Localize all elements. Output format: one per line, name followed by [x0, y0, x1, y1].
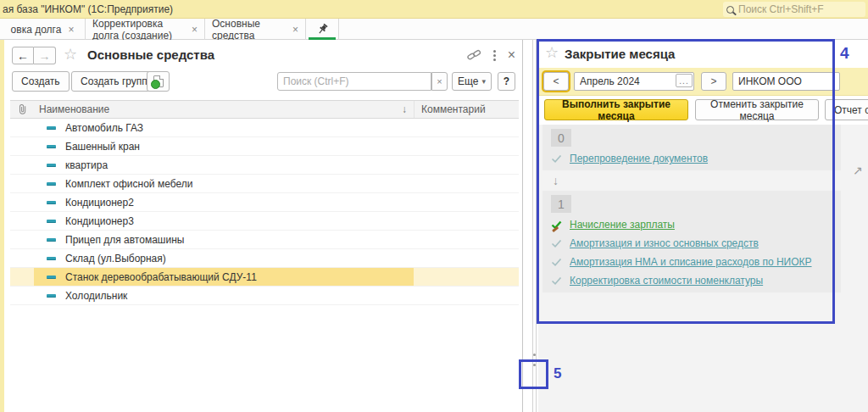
- table-row[interactable]: квартира: [10, 156, 519, 175]
- check-icon: [549, 220, 570, 230]
- tab-korrektirovka-dolga[interactable]: овка долга ×: [0, 19, 86, 40]
- table-row[interactable]: Башенный кран: [10, 137, 519, 156]
- tab-bar: овка долга × Корректировка долга (создан…: [0, 19, 868, 40]
- tab-korrektirovka-dolga-sozdanie[interactable]: Корректировка долга (создание) ×: [86, 19, 205, 40]
- attachment-cell: [10, 193, 34, 211]
- help-button[interactable]: ?: [498, 72, 515, 91]
- item-name-cell[interactable]: Автомобиль ГАЗ: [34, 119, 414, 136]
- tab-osnovnye-sredstva[interactable]: Основные средства ×: [205, 19, 306, 40]
- item-name-cell[interactable]: Кондиционер2: [34, 193, 414, 211]
- global-search[interactable]: [723, 2, 865, 17]
- step-section-1: 1Начисление зарплатыАмортизация и износ …: [542, 191, 841, 292]
- item-comment-cell[interactable]: [414, 268, 519, 286]
- table-row[interactable]: Кондиционер3: [10, 212, 519, 231]
- period-toolbar: < ... >: [538, 68, 868, 96]
- period-field-wrap: ...: [574, 72, 694, 91]
- item-name-cell[interactable]: Комплект офисной мебели: [34, 175, 414, 192]
- step-link[interactable]: Начисление зарплаты: [570, 219, 675, 231]
- nav-buttons: ← →: [12, 47, 56, 64]
- expand-panel-icon[interactable]: ↗: [853, 164, 863, 177]
- table-row[interactable]: Автомобиль ГАЗ: [10, 119, 519, 137]
- app-titlebar: ая база "ИНКОМ" (1С:Предприятие): [0, 0, 868, 19]
- item-comment-cell[interactable]: [414, 249, 519, 267]
- item-comment-cell[interactable]: [414, 212, 519, 230]
- panel-splitter[interactable]: [532, 40, 533, 412]
- month-closing-actions: Выполнить закрытие месяца Отменить закры…: [538, 96, 868, 125]
- item-name-cell[interactable]: Башенный кран: [34, 137, 414, 155]
- panel-splitter[interactable]: [536, 40, 537, 412]
- tab-close-icon[interactable]: ×: [68, 24, 74, 36]
- comment-column-header[interactable]: Комментарий: [414, 101, 519, 118]
- tab-close-icon[interactable]: ×: [292, 24, 298, 36]
- table-body: Автомобиль ГАЗБашенный кранквартираКомпл…: [10, 119, 519, 305]
- document-green-dot-icon: [153, 75, 164, 87]
- list-search-input[interactable]: [277, 72, 431, 91]
- step-link[interactable]: Амортизация НМА и списание расходов по Н…: [570, 256, 812, 268]
- favorite-star-icon[interactable]: ☆: [64, 47, 77, 62]
- close-window-icon[interactable]: ×: [508, 48, 515, 62]
- item-comment-cell[interactable]: [414, 287, 519, 304]
- period-picker-button[interactable]: ...: [676, 74, 693, 87]
- tab-close-icon[interactable]: ×: [192, 24, 198, 36]
- copy-item-button[interactable]: [147, 71, 170, 92]
- item-name-cell[interactable]: Склад (ул.Выборная): [34, 249, 414, 267]
- tab-pinned[interactable]: [306, 19, 339, 40]
- step-link[interactable]: Перепроведение документов: [570, 153, 708, 164]
- item-name-cell[interactable]: Прицеп для автомашины: [34, 231, 414, 248]
- sort-descending-icon: ↓: [402, 103, 407, 115]
- link-icon[interactable]: [467, 49, 481, 61]
- table-row[interactable]: Станок деревообрабатывающий СДУ-11: [10, 268, 519, 287]
- step-link[interactable]: Корректировка стоимости номенклатуры: [570, 275, 763, 287]
- item-name-cell[interactable]: квартира: [34, 156, 414, 174]
- back-button[interactable]: ←: [12, 47, 34, 64]
- attachment-cell: [10, 156, 34, 174]
- report-button[interactable]: Отчет о: [825, 99, 868, 120]
- item-name-cell[interactable]: Кондиционер3: [34, 212, 414, 230]
- next-period-button[interactable]: >: [701, 72, 726, 91]
- favorite-star-icon[interactable]: ☆: [545, 45, 559, 60]
- clear-search-button[interactable]: ×: [431, 72, 448, 91]
- step-item: Амортизация НМА и списание расходов по Н…: [549, 253, 834, 271]
- create-button[interactable]: Создать: [12, 71, 70, 92]
- forward-button[interactable]: →: [34, 47, 56, 64]
- name-column-header[interactable]: Наименование ↓: [34, 103, 414, 115]
- organization-field[interactable]: [732, 72, 840, 91]
- table-row[interactable]: Склад (ул.Выборная): [10, 249, 519, 268]
- item-name: Склад (ул.Выборная): [65, 253, 166, 264]
- previous-period-button[interactable]: <: [543, 72, 569, 91]
- list-toolbar: Создать Создать группу × Еще ▾ ?: [4, 68, 522, 100]
- attachment-cell: [10, 212, 34, 230]
- cancel-month-closing-button[interactable]: Отменить закрытие месяца: [695, 99, 819, 120]
- attachment-column-header[interactable]: [10, 103, 34, 115]
- item-comment-cell[interactable]: [414, 137, 519, 155]
- item-comment-cell[interactable]: [414, 175, 519, 192]
- item-name-cell[interactable]: Холодильник: [34, 287, 414, 304]
- item-comment-cell[interactable]: [414, 193, 519, 211]
- more-menu-icon[interactable]: [493, 50, 496, 61]
- paperclip-icon: [18, 103, 27, 115]
- check-icon: [549, 154, 570, 164]
- more-button[interactable]: Еще ▾: [452, 72, 492, 91]
- item-name: Холодильник: [65, 290, 127, 302]
- attachment-cell: [10, 119, 34, 136]
- catalog-item-icon: [47, 201, 56, 204]
- table-row[interactable]: Прицеп для автомашины: [10, 231, 519, 249]
- table-row[interactable]: Комплект офисной мебели: [10, 175, 519, 193]
- item-name-cell[interactable]: Станок деревообрабатывающий СДУ-11: [34, 268, 414, 286]
- item-name: Автомобиль ГАЗ: [65, 122, 143, 134]
- step-link[interactable]: Амортизация и износ основных средств: [570, 237, 759, 249]
- table-row[interactable]: Холодильник: [10, 287, 519, 305]
- run-month-closing-button[interactable]: Выполнить закрытие месяца: [544, 99, 688, 120]
- global-search-input[interactable]: [738, 3, 857, 15]
- catalog-item-icon: [47, 164, 56, 167]
- catalog-item-icon: [47, 145, 56, 148]
- step-item: Начисление зарплаты: [549, 215, 834, 234]
- item-name: Кондиционер2: [65, 197, 134, 209]
- attachment-cell: [10, 231, 34, 248]
- attachment-cell: [10, 287, 34, 304]
- item-comment-cell[interactable]: [414, 119, 519, 136]
- item-comment-cell[interactable]: [414, 156, 519, 174]
- table-row[interactable]: Кондиционер2: [10, 193, 519, 212]
- item-comment-cell[interactable]: [414, 231, 519, 248]
- catalog-item-icon: [47, 257, 56, 260]
